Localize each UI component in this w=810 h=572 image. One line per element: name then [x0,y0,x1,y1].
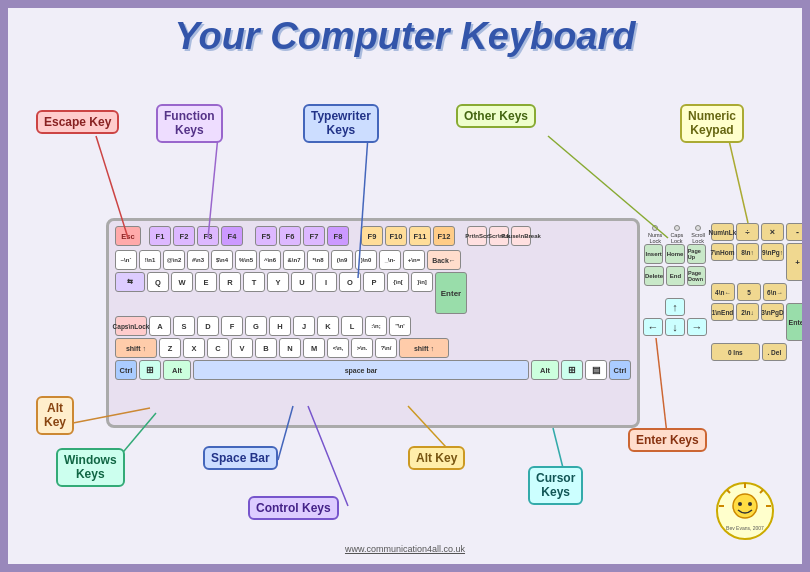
key-x[interactable]: X [183,338,205,358]
key-6[interactable]: ^\n6 [259,250,281,270]
key-num7[interactable]: 7\nHom [711,243,734,261]
key-q[interactable]: Q [147,272,169,292]
key-f4[interactable]: F4 [221,226,243,246]
key-num2[interactable]: 2\n↓ [736,303,759,321]
key-pageup[interactable]: Page Up [687,244,706,264]
key-v[interactable]: V [231,338,253,358]
key-a[interactable]: A [149,316,171,336]
key-s[interactable]: S [173,316,195,336]
key-5[interactable]: %\n5 [235,250,257,270]
key-prtscr[interactable]: Prt\nScr [467,226,487,246]
key-u[interactable]: U [291,272,313,292]
key-down[interactable]: ↓ [665,318,685,336]
key-pause[interactable]: Pause\nBreak [511,226,531,246]
key-delete[interactable]: Delete [644,266,664,286]
key-f5[interactable]: F5 [255,226,277,246]
key-end[interactable]: End [666,266,685,286]
key-f3[interactable]: F3 [197,226,219,246]
key-win-left[interactable]: ⊞ [139,360,161,380]
key-i[interactable]: I [315,272,337,292]
key-4[interactable]: $\n4 [211,250,233,270]
key-7[interactable]: &\n7 [283,250,305,270]
key-f12[interactable]: F12 [433,226,455,246]
key-f2[interactable]: F2 [173,226,195,246]
key-f8[interactable]: F8 [327,226,349,246]
key-num5[interactable]: 5 [737,283,761,301]
key-2[interactable]: @\n2 [163,250,185,270]
key-ctrl-left[interactable]: Ctrl [115,360,137,380]
key-m[interactable]: M [303,338,325,358]
key-tab[interactable]: ⇆ [115,272,145,292]
key-f9[interactable]: F9 [361,226,383,246]
key-g[interactable]: G [245,316,267,336]
key-f[interactable]: F [221,316,243,336]
key-1[interactable]: !\n1 [139,250,161,270]
key-lbracket[interactable]: {\n[ [387,272,409,292]
key-left[interactable]: ← [643,318,663,336]
key-c[interactable]: C [207,338,229,358]
key-k[interactable]: K [317,316,339,336]
key-b[interactable]: B [255,338,277,358]
key-num3[interactable]: 3\nPgD [761,303,784,321]
key-n[interactable]: N [279,338,301,358]
key-period[interactable]: >\n. [351,338,373,358]
key-alt-right[interactable]: Alt [531,360,559,380]
key-numdot[interactable]: . Del [762,343,787,361]
key-f6[interactable]: F6 [279,226,301,246]
key-r[interactable]: R [219,272,241,292]
key-9[interactable]: (\n9 [331,250,353,270]
key-j[interactable]: J [293,316,315,336]
key-8[interactable]: *\n8 [307,250,329,270]
key-t[interactable]: T [243,272,265,292]
key-semicolon[interactable]: :\n; [365,316,387,336]
key-insert[interactable]: Insert [644,244,663,264]
key-p[interactable]: P [363,272,385,292]
key-num6[interactable]: 6\n→ [763,283,787,301]
key-z[interactable]: Z [159,338,181,358]
key-f11[interactable]: F11 [409,226,431,246]
key-menu[interactable]: ▤ [585,360,607,380]
key-numlock[interactable]: Num\nLk [711,223,734,241]
key-capslock[interactable]: Caps\nLock [115,316,147,336]
key-equals[interactable]: +\n= [403,250,425,270]
key-num1[interactable]: 1\nEnd [711,303,734,321]
key-space[interactable]: space bar [193,360,529,380]
key-enter[interactable]: Enter [435,272,467,314]
key-e[interactable]: E [195,272,217,292]
key-l[interactable]: L [341,316,363,336]
key-h[interactable]: H [269,316,291,336]
key-num0[interactable]: 0 Ins [711,343,760,361]
key-backtick[interactable]: ~\n` [115,250,137,270]
key-win-right[interactable]: ⊞ [561,360,583,380]
key-d[interactable]: D [197,316,219,336]
key-ctrl-right[interactable]: Ctrl [609,360,631,380]
key-numdiv[interactable]: ÷ [736,223,759,241]
key-shift-left[interactable]: shift ↑ [115,338,157,358]
key-esc[interactable]: Esc [115,226,141,246]
key-home[interactable]: Home [665,244,684,264]
key-f10[interactable]: F10 [385,226,407,246]
key-num9[interactable]: 9\nPg↑ [761,243,784,261]
key-w[interactable]: W [171,272,193,292]
key-pagedown[interactable]: Page Down [687,266,706,286]
key-num8[interactable]: 8\n↑ [736,243,759,261]
key-3[interactable]: #\n3 [187,250,209,270]
key-o[interactable]: O [339,272,361,292]
key-quote[interactable]: "\n' [389,316,411,336]
key-alt-left[interactable]: Alt [163,360,191,380]
key-numplus[interactable]: + [786,243,809,281]
key-minus[interactable]: _\n- [379,250,401,270]
key-backspace[interactable]: Back← [427,250,461,270]
key-f1[interactable]: F1 [149,226,171,246]
key-nummul[interactable]: × [761,223,784,241]
key-rbracket[interactable]: }\n] [411,272,433,292]
key-slash[interactable]: ?\n/ [375,338,397,358]
key-right[interactable]: → [687,318,707,336]
key-num4[interactable]: 4\n← [711,283,735,301]
key-comma[interactable]: <\n, [327,338,349,358]
key-up[interactable]: ↑ [665,298,685,316]
key-numenter[interactable]: Enter [786,303,809,341]
key-0[interactable]: )\n0 [355,250,377,270]
key-numminus[interactable]: - [786,223,809,241]
key-shift-right[interactable]: shift ↑ [399,338,449,358]
